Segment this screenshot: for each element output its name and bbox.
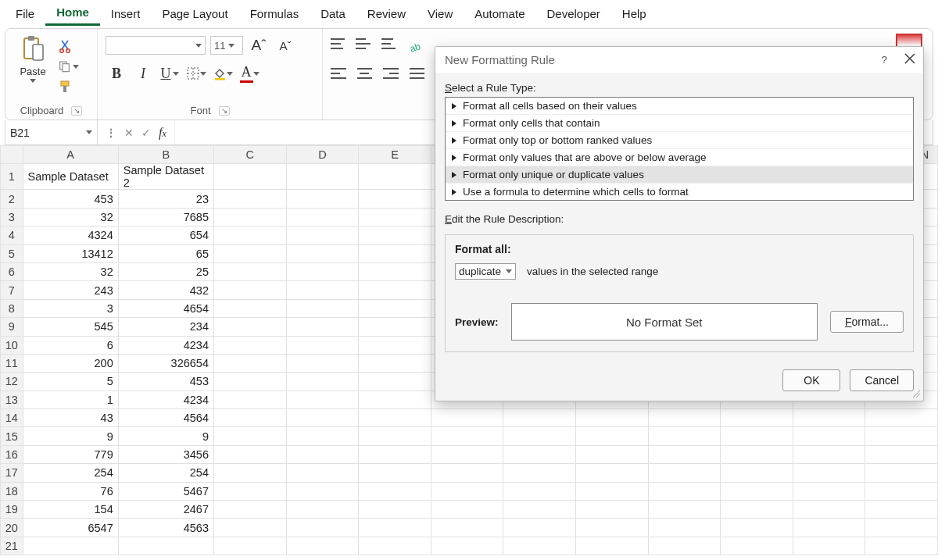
row-header[interactable]: 18: [1, 482, 23, 500]
cell[interactable]: [214, 354, 287, 372]
italic-button[interactable]: I: [132, 63, 154, 84]
cell[interactable]: 3: [23, 299, 118, 317]
cell[interactable]: Sample Dataset 2: [118, 164, 213, 190]
row-header[interactable]: 12: [1, 373, 23, 391]
cell[interactable]: [648, 464, 721, 482]
cell[interactable]: [503, 464, 576, 482]
cell[interactable]: 25: [118, 262, 213, 280]
cell[interactable]: [214, 373, 287, 391]
cell[interactable]: [359, 318, 431, 336]
cell[interactable]: [503, 409, 576, 427]
cell[interactable]: [214, 445, 287, 463]
cell[interactable]: 432: [118, 281, 213, 299]
cell[interactable]: [431, 409, 503, 427]
row-header[interactable]: 4: [1, 226, 23, 244]
tab-data[interactable]: Data: [310, 4, 356, 25]
align-top-button[interactable]: [331, 37, 345, 51]
font-name-combo[interactable]: [106, 36, 206, 55]
cell[interactable]: [431, 445, 503, 463]
cell[interactable]: 4564: [118, 409, 213, 427]
cell[interactable]: [648, 427, 721, 445]
cell[interactable]: [648, 501, 721, 519]
rule-type-option[interactable]: Format only cells that contain: [446, 115, 913, 132]
row-header[interactable]: 10: [1, 336, 23, 354]
dialog-launcher-icon[interactable]: ↘: [71, 106, 82, 116]
rule-type-list[interactable]: Format all cells based on their valuesFo…: [445, 97, 914, 201]
cell[interactable]: [214, 262, 287, 280]
row-header[interactable]: 17: [1, 464, 23, 482]
dialog-titlebar[interactable]: New Formatting Rule ?: [435, 47, 923, 73]
cell[interactable]: [286, 391, 359, 408]
column-header[interactable]: C: [214, 146, 287, 164]
fx-icon[interactable]: fx: [159, 126, 166, 140]
tab-home[interactable]: Home: [45, 2, 100, 26]
cell[interactable]: 326654: [118, 354, 213, 372]
cell[interactable]: [359, 445, 431, 463]
fill-color-button[interactable]: [212, 63, 234, 84]
cell[interactable]: [648, 482, 721, 500]
cell[interactable]: [359, 164, 431, 190]
cell[interactable]: [793, 537, 865, 555]
cell[interactable]: [214, 409, 287, 427]
cell[interactable]: [721, 501, 793, 519]
cell[interactable]: 154: [23, 501, 118, 519]
cut-button[interactable]: [59, 38, 79, 54]
cell[interactable]: [214, 427, 287, 445]
help-icon[interactable]: ?: [881, 54, 887, 66]
row-header[interactable]: 7: [1, 281, 23, 299]
cell[interactable]: 32: [23, 262, 118, 280]
underline-button[interactable]: U: [159, 63, 181, 84]
cell[interactable]: 2467: [118, 501, 213, 519]
cell[interactable]: [359, 501, 431, 519]
cell[interactable]: Sample Dataset: [23, 164, 118, 190]
cell[interactable]: 5: [23, 373, 118, 391]
cell[interactable]: 65: [118, 244, 213, 262]
cell[interactable]: [286, 318, 359, 336]
align-center-button[interactable]: [357, 66, 373, 80]
cell[interactable]: [359, 336, 431, 354]
cell[interactable]: [214, 190, 287, 208]
cell[interactable]: 4563: [118, 519, 213, 537]
cell[interactable]: [503, 537, 576, 555]
cell[interactable]: [721, 427, 793, 445]
cancel-button[interactable]: Cancel: [850, 369, 914, 391]
cell[interactable]: [359, 537, 431, 555]
cell[interactable]: [286, 244, 359, 262]
cell[interactable]: 6547: [23, 519, 118, 537]
cell[interactable]: [286, 208, 359, 226]
cell[interactable]: [286, 464, 359, 482]
rule-type-option[interactable]: Format only unique or duplicate values: [446, 166, 913, 184]
row-header[interactable]: 16: [1, 445, 23, 463]
row-header[interactable]: 13: [1, 391, 23, 408]
cell[interactable]: [431, 519, 503, 537]
cell[interactable]: 9: [23, 427, 118, 445]
cell[interactable]: [721, 519, 793, 537]
cell[interactable]: 4234: [118, 336, 213, 354]
cell[interactable]: 23: [118, 190, 213, 208]
cell[interactable]: 4234: [118, 391, 213, 408]
cell[interactable]: [721, 464, 793, 482]
cell[interactable]: 779: [23, 445, 118, 463]
ok-button[interactable]: OK: [782, 369, 840, 391]
cell[interactable]: 254: [23, 464, 118, 482]
align-middle-button[interactable]: [356, 37, 370, 51]
cell[interactable]: 234: [118, 318, 213, 336]
cell[interactable]: 4654: [118, 299, 213, 317]
cell[interactable]: [214, 244, 287, 262]
row-header[interactable]: 6: [1, 262, 23, 280]
row-header[interactable]: 11: [1, 354, 23, 372]
row-header[interactable]: 14: [1, 409, 23, 427]
cell[interactable]: [286, 501, 359, 519]
cell[interactable]: [214, 537, 287, 555]
row-header[interactable]: 5: [1, 244, 23, 262]
cell[interactable]: [431, 482, 503, 500]
cell[interactable]: [503, 501, 576, 519]
paste-button[interactable]: Paste: [13, 35, 52, 83]
cell[interactable]: 654: [118, 226, 213, 244]
font-color-button[interactable]: A: [238, 63, 260, 84]
cell[interactable]: [648, 445, 721, 463]
borders-button[interactable]: [185, 63, 207, 84]
cell[interactable]: [431, 501, 503, 519]
cell[interactable]: 453: [23, 190, 118, 208]
cell[interactable]: [793, 464, 865, 482]
